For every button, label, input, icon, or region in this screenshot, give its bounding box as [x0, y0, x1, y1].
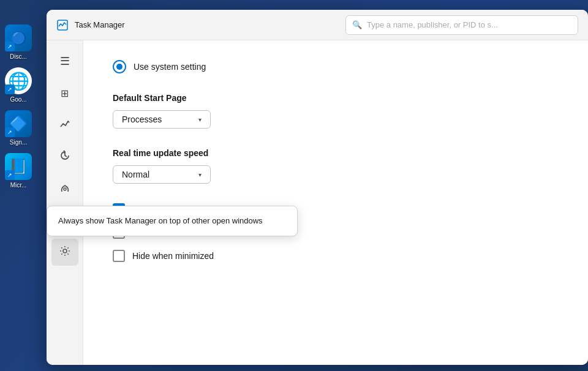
watermark: groovyPost.com: [516, 352, 576, 362]
update-speed-section: Real time update speed Normal ▾: [113, 148, 559, 184]
default-start-page-section: Default Start Page Processes ▾: [113, 93, 559, 129]
desktop-icon-label-3: Sign...: [2, 139, 34, 146]
radio-label-system: Use system setting: [134, 62, 206, 72]
svg-point-1: [64, 188, 66, 190]
startup-icon: [59, 182, 70, 195]
tooltip-text: Always show Task Manager on top of other…: [58, 216, 263, 225]
svg-point-5: [63, 249, 67, 253]
processes-icon: ⊞: [61, 88, 69, 99]
desktop-icon-chrome[interactable]: 🌐 ↗ Goo...: [2, 67, 34, 103]
sidebar-menu-btn[interactable]: ☰: [51, 48, 78, 75]
desktop-icon-label-4: Micr...: [2, 182, 34, 189]
search-icon: 🔍: [352, 20, 362, 29]
performance-icon: [59, 118, 70, 132]
settings-content: Use system setting Default Start Page Pr…: [83, 40, 588, 365]
sidebar-performance-btn[interactable]: [51, 111, 78, 138]
desktop-icon-label: Disc...: [2, 53, 34, 60]
hide-when-minimized-row[interactable]: Hide when minimized: [113, 250, 559, 262]
dropdown-arrow-start: ▾: [198, 116, 202, 123]
default-start-heading: Default Start Page: [113, 93, 559, 103]
system-setting-option[interactable]: Use system setting: [113, 60, 559, 73]
desktop-icon-discover[interactable]: 🔵 ↗ Disc...: [2, 24, 34, 60]
desktop-icon-sign[interactable]: 🔷 ↗ Sign...: [2, 110, 34, 146]
history-icon: [59, 150, 70, 163]
sidebar-startup-btn[interactable]: [51, 175, 78, 202]
shortcut-badge-4: ↗: [5, 170, 15, 180]
update-speed-value: Normal: [122, 170, 149, 179]
desktop-icons: 🔵 ↗ Disc... 🌐 ↗ Goo... 🔷 ↗ Sign... 📘 ↗ M…: [2, 24, 34, 189]
main-content: ☰ ⊞: [47, 40, 588, 365]
update-speed-dropdown[interactable]: Normal ▾: [113, 165, 211, 184]
title-bar: Task Manager 🔍 Type a name, publisher, o…: [47, 10, 588, 40]
tooltip-box: Always show Task Manager on top of other…: [47, 206, 298, 236]
menu-icon: ☰: [60, 54, 70, 68]
task-manager-window: Task Manager 🔍 Type a name, publisher, o…: [47, 10, 588, 365]
taskmanager-icon: [56, 19, 69, 31]
sidebar-history-btn[interactable]: [51, 143, 78, 170]
start-page-dropdown[interactable]: Processes ▾: [113, 110, 211, 129]
search-placeholder: Type a name, publisher, or PID to s...: [367, 20, 498, 29]
shortcut-badge-3: ↗: [5, 127, 15, 137]
hide-when-minimized-label: Hide when minimized: [132, 251, 214, 261]
window-title: Task Manager: [75, 20, 125, 29]
update-speed-heading: Real time update speed: [113, 148, 559, 158]
radio-button-system[interactable]: [113, 60, 126, 73]
sidebar-processes-btn[interactable]: ⊞: [51, 80, 78, 107]
search-box[interactable]: 🔍 Type a name, publisher, or PID to s...: [345, 15, 578, 35]
hide-when-minimized-checkbox[interactable]: [113, 250, 125, 262]
desktop-icon-microsoft[interactable]: 📘 ↗ Micr...: [2, 153, 34, 189]
sidebar: ☰ ⊞: [47, 40, 83, 365]
sidebar-settings-btn[interactable]: [51, 239, 78, 266]
dropdown-arrow-speed: ▾: [198, 171, 202, 178]
shortcut-badge-2: ↗: [5, 84, 15, 94]
start-page-value: Processes: [122, 114, 162, 124]
desktop-icon-label-2: Goo...: [2, 96, 34, 103]
settings-icon: [59, 245, 70, 259]
shortcut-badge: ↗: [5, 42, 15, 51]
